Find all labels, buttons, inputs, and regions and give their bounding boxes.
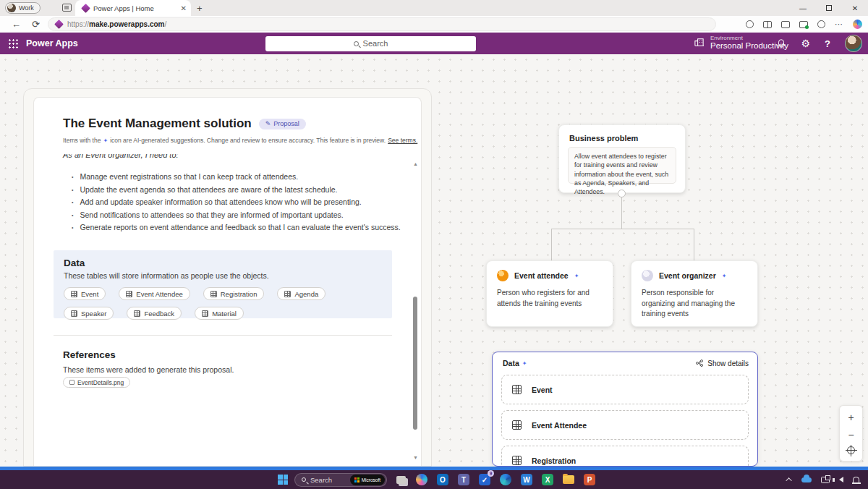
table-chip[interactable]: Agenda <box>277 287 326 300</box>
start-button[interactable] <box>278 475 288 485</box>
scrollbar-up-icon[interactable]: ▲ <box>413 161 418 166</box>
word-icon[interactable]: W <box>519 472 534 487</box>
header-actions: ⚙ ? <box>776 33 862 54</box>
persona-card-attendee[interactable]: Event attendee ✦ Person who registers fo… <box>486 260 613 327</box>
notifications-bell-icon[interactable] <box>776 38 786 48</box>
zoom-out-button[interactable]: − <box>848 430 854 440</box>
browser-profile-button[interactable]: Work <box>5 2 41 14</box>
see-terms-link[interactable]: See terms. <box>388 137 417 144</box>
reference-chip[interactable]: EventDetails.png <box>63 377 130 388</box>
taskbar-search-label: Search <box>310 476 346 484</box>
new-tab-button[interactable]: + <box>197 3 203 14</box>
references-description: These items were added to generate this … <box>63 365 234 374</box>
tab-close-icon[interactable]: ✕ <box>181 4 187 12</box>
need-bullet: Add and update speaker information so th… <box>72 197 362 206</box>
zoom-in-button[interactable]: + <box>848 412 854 422</box>
screen: Work Power Apps | Home ✕ + — ✕ ← ⟳ https… <box>0 0 868 489</box>
image-file-icon <box>69 380 75 385</box>
help-icon[interactable]: ? <box>825 38 830 49</box>
collections-icon[interactable] <box>781 21 790 28</box>
show-details-button[interactable]: Show details <box>695 359 749 367</box>
data-section-description: These tables will store information as p… <box>64 271 382 280</box>
table-chip[interactable]: Event <box>64 287 106 300</box>
need-bullet: Manage event registrations so that I can… <box>72 172 298 181</box>
sparkle-icon: ✦ <box>103 137 108 144</box>
sparkle-icon: ✦ <box>522 360 527 367</box>
power-apps-header: Power Apps Search Environment Personal P… <box>0 33 868 54</box>
proposal-card: The Event Management solution ✎ Proposal… <box>33 97 422 466</box>
table-chip[interactable]: Registration <box>203 287 265 300</box>
search-icon <box>354 41 359 46</box>
power-apps-favicon <box>81 4 90 13</box>
persona-card-organizer[interactable]: Event organizer ✦ Person responsible for… <box>631 260 758 327</box>
tray-chevron-icon[interactable] <box>786 477 791 483</box>
environment-picker[interactable]: Environment Personal Productivity <box>694 35 788 50</box>
settings-gear-icon[interactable]: ⚙ <box>801 38 810 49</box>
refresh-icon[interactable]: ⟳ <box>32 19 40 30</box>
environment-icon <box>694 37 705 48</box>
app-launcher-icon[interactable] <box>8 38 18 48</box>
split-screen-icon[interactable] <box>763 21 772 28</box>
sparkle-icon: ✦ <box>722 273 727 279</box>
back-icon[interactable]: ← <box>12 19 21 30</box>
connector-dot[interactable] <box>618 190 626 197</box>
scrollbar-thumb[interactable] <box>413 297 417 430</box>
close-button[interactable]: ✕ <box>842 0 868 16</box>
persona-description: Person who registers for and attends the… <box>497 288 603 309</box>
powerpoint-icon[interactable]: P <box>582 472 597 487</box>
excel-icon[interactable]: X <box>540 472 555 487</box>
table-icon <box>134 310 140 317</box>
url-field[interactable]: https://make.powerapps.com/ <box>48 17 716 31</box>
data-table-row[interactable]: Event <box>501 375 749 404</box>
display-icon[interactable] <box>821 477 830 483</box>
browser-settings-more-icon[interactable]: ⋯ <box>835 20 843 29</box>
scrollbar[interactable]: ▲ ▼ <box>412 161 419 460</box>
password-check-icon[interactable] <box>799 21 808 28</box>
data-table-row[interactable]: Event Attendee <box>501 410 749 440</box>
browser-tab[interactable]: Power Apps | Home ✕ <box>75 0 191 16</box>
organizer-avatar-icon <box>642 270 653 281</box>
outlook-icon[interactable]: O <box>435 472 450 487</box>
minimize-button[interactable]: — <box>790 0 816 16</box>
volume-icon[interactable] <box>839 477 843 482</box>
maximize-button[interactable] <box>816 0 842 16</box>
search-input[interactable]: Search <box>265 36 476 51</box>
table-chip[interactable]: Material <box>195 307 244 320</box>
scrollbar-down-icon[interactable]: ▼ <box>413 455 418 460</box>
copilot-icon[interactable] <box>414 472 429 487</box>
copilot-icon[interactable] <box>853 20 862 29</box>
sparkle-icon: ✦ <box>574 273 579 279</box>
todo-icon[interactable]: ✓9 <box>477 472 492 487</box>
workspaces-icon[interactable] <box>62 4 72 12</box>
file-explorer-icon[interactable] <box>561 472 576 487</box>
table-chip[interactable]: Speaker <box>64 307 114 320</box>
account-avatar[interactable] <box>845 35 862 52</box>
fit-view-icon[interactable] <box>847 446 855 454</box>
table-icon <box>512 420 522 430</box>
proposal-badge: ✎ Proposal <box>259 119 306 129</box>
pen-sparkle-icon: ✎ <box>265 120 271 127</box>
profile-label: Work <box>19 4 34 12</box>
table-chip-row: Event Event Attendee Registration Agenda… <box>64 287 382 320</box>
need-bullet: Generate reports on event attendance and… <box>72 223 401 231</box>
business-problem-card[interactable]: Business problem Allow event attendees t… <box>558 124 686 193</box>
persona-header: Event attendee ✦ <box>497 270 603 281</box>
taskbar-search[interactable]: Search Microsoft <box>294 473 387 487</box>
task-view-icon[interactable] <box>393 472 408 487</box>
app-name[interactable]: Power Apps <box>26 38 78 48</box>
browser-essentials-icon[interactable] <box>746 20 754 28</box>
taskbar: Search Microsoft O T ✓9 W X P <box>0 470 868 489</box>
persona-name: Event organizer <box>659 271 716 280</box>
extensions-icon[interactable] <box>817 20 825 28</box>
browser-addressbar: ← ⟳ https://make.powerapps.com/ ⋯ <box>0 16 868 33</box>
attendee-avatar-icon <box>497 270 509 281</box>
table-icon <box>71 291 77 297</box>
data-panel[interactable]: Data ✦ Show details Event Event Attendee… <box>492 352 758 467</box>
teams-icon[interactable]: T <box>456 472 471 487</box>
onedrive-icon[interactable] <box>801 477 812 482</box>
table-chip[interactable]: Feedback <box>127 307 182 320</box>
table-chip[interactable]: Event Attendee <box>119 287 190 300</box>
notifications-icon[interactable] <box>853 477 859 483</box>
edge-icon[interactable] <box>498 472 513 487</box>
data-table-row[interactable]: Registration <box>501 446 749 467</box>
